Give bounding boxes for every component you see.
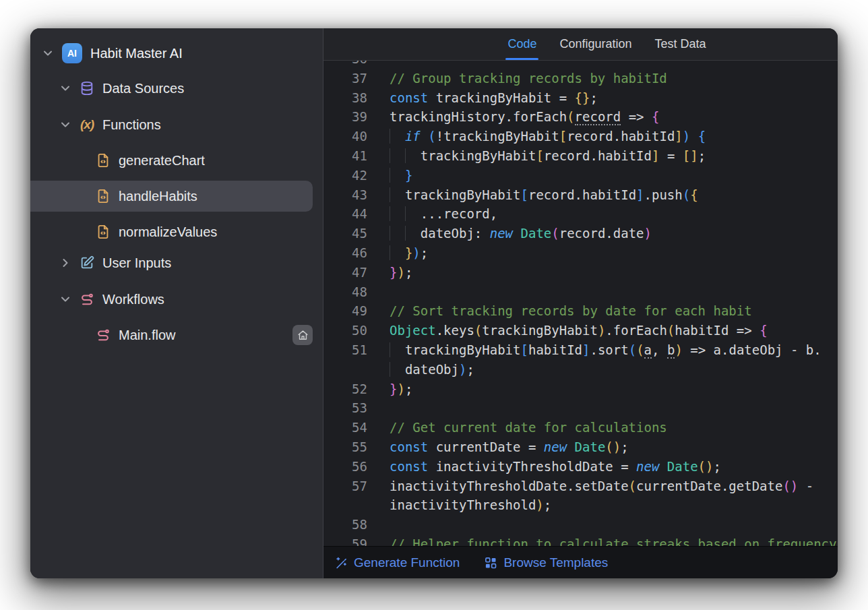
chevron-down-icon[interactable] bbox=[59, 82, 71, 94]
code-line: 51 trackingByHabit[habitId].sort((a, b) … bbox=[323, 340, 838, 360]
code-line: 53 bbox=[323, 398, 838, 418]
code-line-content: // Get current date for calculations bbox=[390, 418, 667, 437]
line-number bbox=[323, 495, 367, 515]
code-line-content: trackingHistory.forEach(record => { bbox=[390, 107, 659, 127]
code-line-content: }); bbox=[390, 243, 428, 263]
sidebar: AI Habit Master AI Data Sources (x) Func… bbox=[30, 28, 323, 578]
line-number: 49 bbox=[323, 301, 367, 321]
chevron-down-icon[interactable] bbox=[59, 293, 71, 305]
sidebar-item-functions[interactable]: (x) Functions bbox=[30, 109, 313, 140]
sidebar-item-label: Functions bbox=[102, 117, 161, 133]
browse-templates-label: Browse Templates bbox=[503, 555, 608, 570]
code-line-content: if (!trackingByHabit[record.habitId]) { bbox=[390, 127, 706, 146]
line-number: 36 bbox=[323, 61, 367, 69]
line-number: 52 bbox=[323, 379, 367, 399]
code-line-content: }); bbox=[390, 379, 412, 399]
code-line-content: Object.keys(trackingByHabit).forEach(hab… bbox=[390, 321, 768, 340]
file-code-icon bbox=[96, 153, 111, 168]
code-line-content: trackingByHabit[record.habitId].push({ bbox=[390, 185, 698, 205]
chevron-down-icon[interactable] bbox=[42, 47, 54, 59]
code-line: 37// Group tracking records by habitId bbox=[323, 69, 838, 88]
sidebar-item-normalizevalues[interactable]: normalizeValues bbox=[30, 216, 313, 247]
sidebar-item-data-sources[interactable]: Data Sources bbox=[30, 73, 313, 104]
sidebar-item-label: normalizeValues bbox=[119, 224, 217, 240]
sidebar-item-workflows[interactable]: Workflows bbox=[30, 284, 313, 315]
line-number: 46 bbox=[323, 243, 367, 263]
sidebar-item-handlehabits[interactable]: handleHabits bbox=[30, 181, 313, 212]
sidebar-item-label: Main.flow bbox=[119, 328, 175, 343]
sidebar-item-user-inputs[interactable]: User Inputs bbox=[30, 247, 313, 278]
line-number: 44 bbox=[323, 204, 367, 224]
code-line: 54// Get current date for calculations bbox=[323, 418, 838, 437]
browse-templates-button[interactable]: Browse Templates bbox=[484, 555, 608, 570]
tab-code[interactable]: Code bbox=[507, 28, 536, 60]
code-editor[interactable]: 3637// Group tracking records by habitId… bbox=[323, 61, 838, 546]
code-line-content: dateObj); bbox=[390, 360, 474, 379]
code-line: 50Object.keys(trackingByHabit).forEach(h… bbox=[323, 321, 838, 340]
sidebar-item-main-flow[interactable]: Main.flow bbox=[30, 319, 313, 350]
generate-function-button[interactable]: Generate Function bbox=[334, 555, 460, 570]
code-line: 38const trackingByHabit = {}; bbox=[323, 88, 838, 108]
code-line-content: dateObj: new Date(record.date) bbox=[390, 224, 652, 243]
line-number: 56 bbox=[323, 457, 367, 477]
line-number: 51 bbox=[323, 340, 367, 360]
magic-wand-icon bbox=[334, 556, 348, 570]
sidebar-item-label: Workflows bbox=[102, 292, 164, 307]
line-number: 50 bbox=[323, 321, 367, 340]
line-number: 55 bbox=[323, 437, 367, 457]
code-line: 57inactivityThresholdDate.setDate(curren… bbox=[323, 477, 838, 496]
code-line-content: const currentDate = new Date(); bbox=[390, 437, 629, 457]
tab-configuration[interactable]: Configuration bbox=[559, 28, 631, 60]
sidebar-item-habit-master-ai[interactable]: AI Habit Master AI bbox=[30, 38, 313, 69]
sidebar-item-label: User Inputs bbox=[102, 255, 171, 271]
code-line-content: inactivityThreshold); bbox=[390, 495, 551, 515]
code-line-content: } bbox=[390, 166, 412, 185]
home-button[interactable] bbox=[292, 325, 313, 345]
function-icon: (x) bbox=[80, 117, 94, 132]
line-number: 37 bbox=[323, 69, 367, 88]
chevron-right-icon[interactable] bbox=[59, 257, 71, 269]
workflow-icon bbox=[80, 292, 94, 307]
code-line: 45 dateObj: new Date(record.date) bbox=[323, 224, 838, 243]
line-number: 41 bbox=[323, 146, 367, 166]
line-number: 59 bbox=[323, 535, 367, 546]
code-line-content: inactivityThresholdDate.setDate(currentD… bbox=[390, 477, 813, 496]
code-line: 44 ...record, bbox=[323, 204, 838, 224]
footer-bar: Generate Function Browse Templates bbox=[323, 546, 838, 578]
app-logo-badge: AI bbox=[62, 43, 82, 63]
file-code-icon bbox=[96, 189, 111, 204]
code-line-content: // Group tracking records by habitId bbox=[390, 69, 667, 88]
code-line: 48 bbox=[323, 282, 838, 302]
code-line: inactivityThreshold); bbox=[323, 495, 838, 515]
database-icon bbox=[80, 81, 94, 96]
code-line-content: const trackingByHabit = {}; bbox=[390, 88, 598, 108]
code-line: 43 trackingByHabit[record.habitId].push(… bbox=[323, 185, 838, 205]
code-line: 39trackingHistory.forEach(record => { bbox=[323, 107, 838, 127]
tab-test-data[interactable]: Test Data bbox=[655, 28, 706, 60]
code-line: 47}); bbox=[323, 263, 838, 282]
sidebar-item-label: Habit Master AI bbox=[90, 46, 183, 61]
chevron-down-icon[interactable] bbox=[59, 119, 71, 131]
sidebar-item-generatechart[interactable]: generateChart bbox=[30, 145, 313, 176]
code-line: 42 } bbox=[323, 166, 838, 185]
home-icon bbox=[297, 330, 309, 341]
code-line: 36 bbox=[323, 61, 838, 69]
code-lines: 3637// Group tracking records by habitId… bbox=[323, 61, 838, 546]
sidebar-item-label: Data Sources bbox=[102, 81, 184, 96]
app-window: AI Habit Master AI Data Sources (x) Func… bbox=[30, 28, 838, 578]
edit-pencil-icon bbox=[80, 255, 94, 270]
line-number bbox=[323, 360, 367, 379]
code-line-content: trackingByHabit[habitId].sort((a, b) => … bbox=[390, 340, 822, 360]
code-line: 59// Helper function to calculate streak… bbox=[323, 535, 838, 546]
code-line-content: }); bbox=[390, 263, 412, 282]
tab-bar: Code Configuration Test Data bbox=[323, 28, 838, 61]
code-line: 49// Sort tracking records by date for e… bbox=[323, 301, 838, 321]
code-line: 40 if (!trackingByHabit[record.habitId])… bbox=[323, 127, 838, 146]
code-line-content: ...record, bbox=[390, 204, 497, 224]
tab-label: Code bbox=[507, 37, 536, 51]
line-number: 45 bbox=[323, 224, 367, 243]
sidebar-item-label: generateChart bbox=[119, 153, 205, 169]
line-number: 39 bbox=[323, 107, 367, 127]
line-number: 38 bbox=[323, 88, 367, 108]
code-line-content: // Helper function to calculate streaks … bbox=[390, 535, 836, 546]
